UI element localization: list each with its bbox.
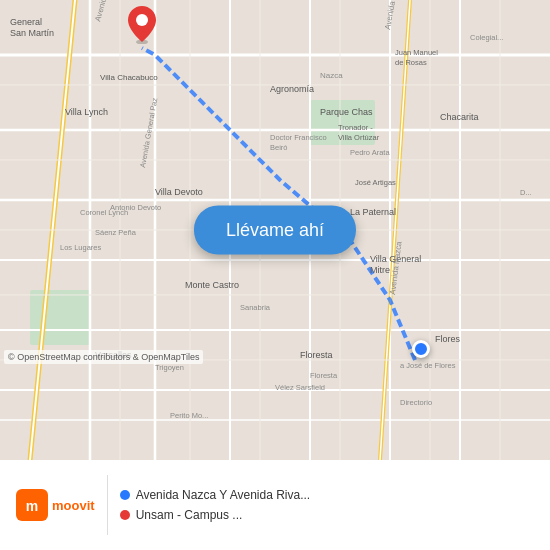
- map-attribution: © OpenStreetMap contributors & OpenMapTi…: [4, 350, 203, 364]
- svg-text:Pedro Arata: Pedro Arata: [350, 148, 390, 157]
- svg-text:José Artigas: José Artigas: [355, 178, 396, 187]
- svg-text:D...: D...: [520, 188, 532, 197]
- svg-text:Coronel Lynch: Coronel Lynch: [80, 208, 128, 217]
- svg-text:Chacarita: Chacarita: [440, 112, 479, 122]
- svg-text:Villa Chacabuco: Villa Chacabuco: [100, 73, 158, 82]
- svg-text:General: General: [10, 17, 42, 27]
- svg-text:Sanabria: Sanabria: [240, 303, 271, 312]
- svg-text:Vélez Sarsfield: Vélez Sarsfield: [275, 383, 325, 392]
- svg-text:Los Lugares: Los Lugares: [60, 243, 102, 252]
- moovit-logo: m moovit: [16, 489, 95, 521]
- moovit-icon: m: [16, 489, 48, 521]
- svg-text:Villa Lynch: Villa Lynch: [65, 107, 108, 117]
- origin-label: Avenida Nazca Y Avenida Riva...: [136, 488, 311, 502]
- svg-text:Villa Devoto: Villa Devoto: [155, 187, 203, 197]
- destination-label: Unsam - Campus ...: [136, 508, 243, 522]
- destination-info: Unsam - Campus ...: [120, 508, 534, 522]
- moovit-logo-text: moovit: [52, 498, 95, 513]
- svg-point-73: [136, 14, 148, 26]
- svg-text:La Paternal: La Paternal: [350, 207, 396, 217]
- svg-text:Sáenz Peña: Sáenz Peña: [95, 228, 137, 237]
- route-info: Avenida Nazca Y Avenida Riva... Unsam - …: [120, 488, 534, 522]
- svg-text:San Martín: San Martín: [10, 28, 54, 38]
- svg-text:Parque Chas: Parque Chas: [320, 107, 373, 117]
- destination-icon: [120, 510, 130, 520]
- origin-dot: [412, 340, 430, 358]
- svg-text:Doctor Francisco: Doctor Francisco: [270, 133, 327, 142]
- svg-text:Monte Castro: Monte Castro: [185, 280, 239, 290]
- navigate-button[interactable]: Llévame ahí: [194, 206, 356, 255]
- svg-text:Agronomía: Agronomía: [270, 84, 314, 94]
- destination-pin: [128, 6, 156, 48]
- svg-text:de Rosas: de Rosas: [395, 58, 427, 67]
- origin-info: Avenida Nazca Y Avenida Riva...: [120, 488, 534, 502]
- svg-text:Floresta: Floresta: [300, 350, 333, 360]
- svg-text:Colegial...: Colegial...: [470, 33, 503, 42]
- svg-text:Floresta: Floresta: [310, 371, 338, 380]
- map-container: General San Martín Villa Lynch Villa Cha…: [0, 0, 550, 460]
- bottom-bar: m moovit Avenida Nazca Y Avenida Riva...…: [0, 460, 550, 550]
- svg-text:Flores: Flores: [435, 334, 461, 344]
- svg-text:Trigoyen: Trigoyen: [155, 363, 184, 372]
- svg-text:Villa Ortúzar: Villa Ortúzar: [338, 133, 380, 142]
- svg-rect-1: [30, 290, 90, 345]
- origin-icon: [120, 490, 130, 500]
- svg-text:Perito Mo...: Perito Mo...: [170, 411, 208, 420]
- svg-text:Beiró: Beiró: [270, 143, 288, 152]
- svg-text:a José de Flores: a José de Flores: [400, 361, 456, 370]
- svg-text:Tronador -: Tronador -: [338, 123, 373, 132]
- svg-text:Mitre: Mitre: [370, 265, 390, 275]
- svg-text:m: m: [26, 498, 38, 514]
- svg-text:Directorio: Directorio: [400, 398, 432, 407]
- svg-text:Nazca: Nazca: [320, 71, 343, 80]
- svg-text:Juan Manuel: Juan Manuel: [395, 48, 438, 57]
- bottom-divider: [107, 475, 108, 535]
